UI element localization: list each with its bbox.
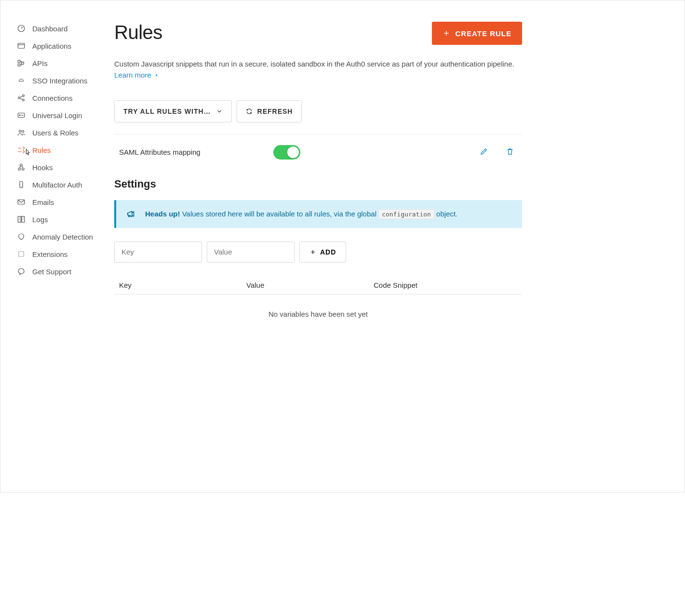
sidebar-item-logs[interactable]: Logs [17,211,107,228]
sidebar-item-label: Universal Login [32,111,82,120]
sidebar-item-support[interactable]: Get Support [17,263,107,280]
page-description: Custom Javascript snippets that run in a… [114,60,514,68]
svg-rect-2 [18,60,20,63]
extensions-icon [17,250,26,258]
settings-alert: Heads up! Values stored here will be ava… [114,200,522,228]
support-icon [17,267,26,276]
sidebar-item-label: Applications [32,42,71,50]
sidebar-item-label: Anomaly Detection [32,233,93,241]
sidebar-item-label: Hooks [32,163,53,172]
apis-icon [17,59,26,67]
add-button[interactable]: ADD [299,241,346,263]
users-icon [17,128,26,137]
sidebar-item-mfa[interactable]: Multifactor Auth [17,176,107,193]
svg-rect-16 [18,200,25,204]
sidebar-item-sso[interactable]: SSO Integrations [17,72,107,89]
plus-icon [443,29,450,37]
sidebar-item-applications[interactable]: Applications [17,37,107,54]
svg-rect-19 [19,252,24,257]
sidebar-item-universal-login[interactable]: Universal Login [17,107,107,124]
sidebar-item-label: Multifactor Auth [32,181,82,189]
sidebar-item-label: Logs [32,215,48,224]
learn-more-link[interactable]: Learn more [114,69,159,80]
svg-rect-4 [22,62,24,65]
alert-text-pre: Values stored here will be available to … [180,210,379,218]
sidebar-item-label: APIs [32,59,48,67]
sidebar-item-label: Extensions [32,250,67,258]
plus-icon [309,249,316,255]
rules-icon [17,146,26,154]
sidebar-item-label: Dashboard [32,25,67,33]
key-input[interactable] [114,241,202,263]
svg-rect-3 [18,64,20,67]
th-value: Value [246,281,364,289]
empty-message: No variables have been set yet [114,295,522,334]
th-snippet: Code Snippet [374,281,517,289]
create-rule-label: CREATE RULE [455,29,511,38]
rule-name: SAML Attributes mapping [119,148,273,156]
sidebar: Dashboard Applications APIs SSO Integrat… [0,4,107,492]
alert-text-post: object. [434,210,457,218]
th-key: Key [119,281,237,289]
sidebar-item-users-roles[interactable]: Users & Roles [17,124,107,141]
applications-icon [17,41,26,50]
sidebar-item-label: Connections [32,94,72,102]
sidebar-item-label: Users & Roles [32,129,79,137]
sidebar-item-rules[interactable]: Rules [17,141,107,159]
alert-body: Heads up! Values stored here will be ava… [145,210,457,218]
delete-rule-button[interactable] [504,145,516,159]
sidebar-item-emails[interactable]: Emails [17,193,107,211]
dashboard-icon [17,24,26,33]
svg-point-9 [19,115,20,116]
sidebar-item-label: Emails [32,198,54,206]
logs-icon [17,215,26,224]
connections-icon [17,94,26,102]
caret-right-icon [154,73,159,78]
sidebar-item-label: Get Support [32,268,71,276]
try-all-rules-label: TRY ALL RULES WITH… [123,107,211,115]
svg-point-12 [18,168,21,171]
sidebar-item-apis[interactable]: APIs [17,54,107,72]
svg-point-13 [22,168,25,171]
edit-rule-button[interactable] [478,145,490,159]
settings-table: Key Value Code Snippet No variables have… [114,276,522,334]
pencil-icon [480,147,488,156]
svg-rect-1 [18,43,25,49]
add-label: ADD [320,248,336,256]
login-icon [17,111,26,120]
sidebar-item-connections[interactable]: Connections [17,89,107,107]
svg-point-10 [19,130,22,133]
rule-toggle[interactable] [273,145,300,160]
sidebar-item-hooks[interactable]: Hooks [17,159,107,176]
mfa-icon [17,180,26,189]
learn-more-label: Learn more [114,69,151,80]
emails-icon [17,198,26,206]
value-input[interactable] [207,241,295,263]
refresh-label: REFRESH [257,107,293,115]
hooks-icon [17,163,26,172]
megaphone-icon [126,209,136,219]
trash-icon [506,147,514,156]
sidebar-item-dashboard[interactable]: Dashboard [17,20,107,37]
refresh-button[interactable]: REFRESH [237,100,302,122]
chevron-down-icon [216,108,223,115]
alert-bold: Heads up! [145,210,180,218]
create-rule-button[interactable]: CREATE RULE [432,22,522,45]
refresh-icon [246,108,253,115]
settings-title: Settings [114,178,522,190]
alert-code: configuration [378,209,434,219]
sidebar-item-extensions[interactable]: Extensions [17,245,107,263]
main-content: Rules CREATE RULE Custom Javascript snip… [107,4,555,492]
rule-row: SAML Attributes mapping [114,134,522,170]
anomaly-icon [17,232,26,241]
sidebar-item-anomaly[interactable]: Anomaly Detection [17,228,107,245]
table-header: Key Value Code Snippet [114,276,522,295]
page-title: Rules [114,22,162,43]
svg-point-11 [22,131,24,133]
sidebar-item-label: Rules [32,146,51,154]
sso-icon [17,76,26,85]
sidebar-item-label: SSO Integrations [32,77,87,85]
try-all-rules-button[interactable]: TRY ALL RULES WITH… [114,100,232,122]
